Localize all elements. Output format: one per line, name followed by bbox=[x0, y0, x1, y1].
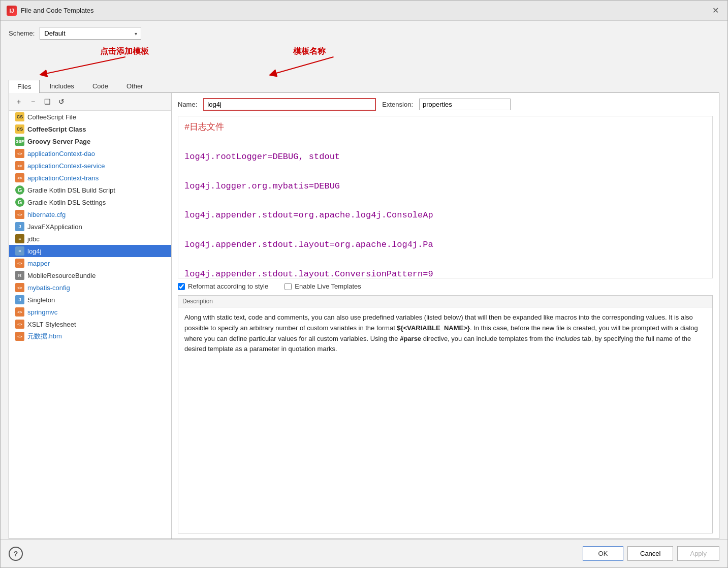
reset-template-button[interactable]: ↺ bbox=[55, 95, 68, 108]
tab-other[interactable]: Other bbox=[118, 79, 152, 92]
xml-icon: <> bbox=[15, 283, 24, 292]
coffeescript-file-icon: CS bbox=[15, 112, 24, 121]
reformat-checkbox-label[interactable]: Reformat according to style bbox=[178, 282, 268, 290]
code-line-1: log4j.rootLogger=DEBUG, stdout bbox=[184, 150, 706, 165]
name-input[interactable] bbox=[203, 98, 376, 111]
dialog-window: IJ File and Code Templates ✕ Scheme: Def… bbox=[0, 0, 728, 568]
file-list: CS CoffeeScript File CS CoffeeScript Cla… bbox=[9, 111, 171, 539]
list-item[interactable]: GSP Groovy Server Page bbox=[9, 135, 171, 147]
gradle-icon: G bbox=[15, 198, 24, 207]
code-line-blank bbox=[184, 223, 706, 238]
code-editor[interactable]: #日志文件 log4j.rootLogger=DEBUG, stdout log… bbox=[178, 116, 713, 278]
code-line-4: log4j.appender.stdout.layout=org.apache.… bbox=[184, 238, 706, 253]
list-item[interactable]: <> applicationContext-dao bbox=[9, 147, 171, 160]
code-line-blank bbox=[184, 194, 706, 208]
list-item[interactable]: <> springmvc bbox=[9, 306, 171, 318]
coffeescript-class-icon: CS bbox=[15, 124, 24, 134]
list-item[interactable]: <> mybatis-config bbox=[9, 281, 171, 294]
name-label: Name: bbox=[178, 101, 197, 108]
xml-icon: <> bbox=[15, 173, 24, 182]
title-bar: IJ File and Code Templates ✕ bbox=[1, 1, 727, 21]
properties-icon: ≡ bbox=[15, 246, 24, 256]
code-line-2: log4j.logger.org.mybatis=DEBUG bbox=[184, 179, 706, 194]
code-line-comment: #日志文件 bbox=[184, 120, 706, 135]
code-line-3: log4j.appender.stdout=org.apache.log4j.C… bbox=[184, 208, 706, 223]
close-button[interactable]: ✕ bbox=[709, 5, 721, 17]
code-line-blank bbox=[184, 253, 706, 267]
list-item[interactable]: <> applicationContext-service bbox=[9, 160, 171, 172]
list-item[interactable]: CS CoffeeScript Class bbox=[9, 123, 171, 135]
tab-includes[interactable]: Includes bbox=[41, 79, 82, 92]
xml-icon: <> bbox=[15, 161, 24, 170]
main-content: + − ❑ ↺ CS CoffeeScript File CS bbox=[9, 93, 719, 539]
description-header: Description bbox=[178, 296, 712, 307]
extension-input[interactable] bbox=[419, 99, 511, 110]
code-line-5: log4j.appender.stdout.layout.ConversionP… bbox=[184, 267, 706, 278]
list-item[interactable]: CS CoffeeScript File bbox=[9, 111, 171, 123]
parse-directive: #parse bbox=[400, 335, 421, 342]
code-line-blank bbox=[184, 135, 706, 150]
svg-text:点击添加模板: 点击添加模板 bbox=[100, 47, 149, 55]
live-templates-checkbox-label[interactable]: Enable Live Templates bbox=[284, 282, 361, 290]
xml-icon: <> bbox=[15, 259, 24, 268]
description-text: Along with static text, code and comment… bbox=[178, 307, 712, 360]
toolbar: + − ❑ ↺ bbox=[9, 93, 171, 111]
java-icon: J bbox=[15, 295, 24, 304]
xml-icon: <> bbox=[15, 210, 24, 219]
list-item[interactable]: G Gradle Kotlin DSL Build Script bbox=[9, 184, 171, 196]
list-item[interactable]: <> XSLT Stylesheet bbox=[9, 318, 171, 330]
code-line-blank bbox=[184, 165, 706, 179]
scheme-select[interactable]: Default Project bbox=[40, 27, 141, 40]
xml-icon: <> bbox=[15, 149, 24, 158]
list-item[interactable]: <> mapper bbox=[9, 257, 171, 269]
dialog-body: Scheme: Default Project ▾ 点击添加模板 模板名称 bbox=[1, 21, 727, 539]
properties-icon: ≡ bbox=[15, 234, 24, 243]
app-icon: IJ bbox=[7, 6, 17, 16]
help-button[interactable]: ? bbox=[9, 547, 23, 561]
title-bar-left: IJ File and Code Templates bbox=[7, 6, 94, 16]
svg-line-3 bbox=[273, 57, 334, 74]
name-ext-row: Name: Extension: bbox=[178, 98, 713, 111]
copy-template-button[interactable]: ❑ bbox=[41, 95, 54, 108]
scheme-row: Scheme: Default Project ▾ bbox=[9, 27, 719, 40]
tabs-row: Files Includes Code Other bbox=[9, 79, 719, 93]
list-item[interactable]: <> applicationContext-trans bbox=[9, 172, 171, 184]
extension-label: Extension: bbox=[382, 101, 413, 108]
apply-button[interactable]: Apply bbox=[677, 546, 719, 561]
tab-files[interactable]: Files bbox=[9, 80, 40, 93]
list-item[interactable]: <> 元数据.hbm bbox=[9, 330, 171, 342]
right-panel: Name: Extension: #日志文件 log4j.rootLogger=… bbox=[172, 93, 719, 539]
variable-format: ${<VARIABLE_NAME>} bbox=[397, 324, 470, 332]
tab-code[interactable]: Code bbox=[84, 79, 117, 92]
checkboxes-row: Reformat according to style Enable Live … bbox=[178, 282, 713, 290]
list-item[interactable]: ≡ jdbc bbox=[9, 233, 171, 245]
groovy-server-page-icon: GSP bbox=[15, 137, 24, 146]
ok-button[interactable]: OK bbox=[583, 546, 623, 561]
java-icon: J bbox=[15, 222, 24, 231]
resource-icon: R bbox=[15, 271, 24, 280]
list-item[interactable]: J JavaFXApplication bbox=[9, 220, 171, 233]
annotation-arrows-svg: 点击添加模板 模板名称 bbox=[9, 45, 719, 79]
description-section: Description Along with static text, code… bbox=[178, 295, 713, 533]
list-item[interactable]: J Singleton bbox=[9, 294, 171, 306]
list-item[interactable]: G Gradle Kotlin DSL Settings bbox=[9, 196, 171, 208]
live-templates-checkbox[interactable] bbox=[284, 283, 292, 290]
cancel-button[interactable]: Cancel bbox=[627, 546, 673, 561]
bottom-bar: ? OK Cancel Apply bbox=[1, 539, 727, 567]
gradle-icon: G bbox=[15, 185, 24, 195]
list-item-log4j[interactable]: ≡ log4j bbox=[9, 245, 171, 257]
xml-icon: <> bbox=[15, 307, 24, 317]
includes-tab-ref: Includes bbox=[556, 335, 580, 342]
xslt-icon: <> bbox=[15, 320, 24, 329]
svg-line-1 bbox=[43, 57, 125, 74]
add-template-button[interactable]: + bbox=[12, 95, 25, 108]
reformat-checkbox[interactable] bbox=[178, 283, 185, 290]
annotation-layer: 点击添加模板 模板名称 bbox=[9, 45, 719, 79]
reformat-label-text: Reformat according to style bbox=[188, 282, 268, 290]
dialog-title: File and Code Templates bbox=[21, 7, 94, 14]
list-item[interactable]: <> hibernate.cfg bbox=[9, 208, 171, 220]
live-templates-label-text: Enable Live Templates bbox=[295, 282, 361, 290]
remove-template-button[interactable]: − bbox=[26, 95, 40, 108]
xml-icon: <> bbox=[15, 332, 24, 341]
list-item[interactable]: R MobileResourceBundle bbox=[9, 269, 171, 281]
